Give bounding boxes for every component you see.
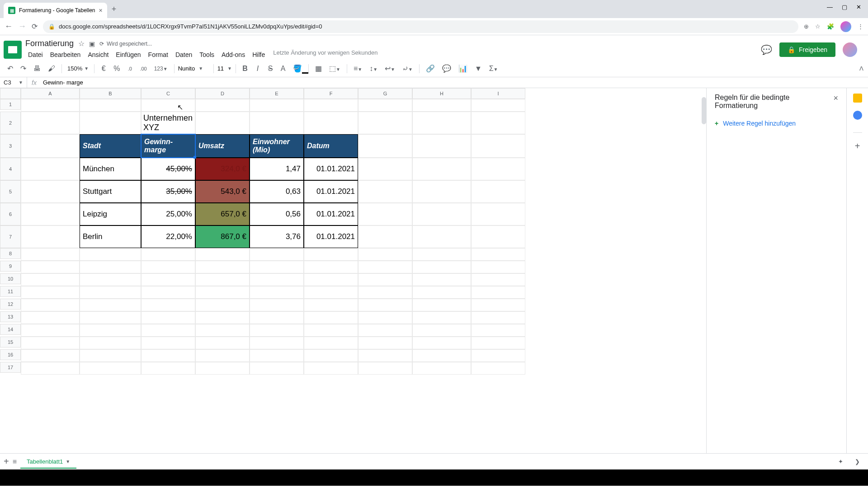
cell[interactable]: [358, 311, 412, 324]
column-header[interactable]: H: [412, 88, 471, 99]
menu-daten[interactable]: Daten: [173, 49, 195, 60]
menu-hilfe[interactable]: Hilfe: [250, 49, 268, 60]
cell[interactable]: [471, 273, 525, 286]
comments-icon[interactable]: 💬: [761, 44, 772, 55]
cell[interactable]: [195, 362, 250, 375]
menu-addons[interactable]: Add-ons: [219, 49, 248, 60]
menu-einfuegen[interactable]: Einfügen: [113, 49, 143, 60]
cell[interactable]: [250, 337, 304, 349]
cell[interactable]: [80, 112, 141, 134]
table-data-cell[interactable]: 657,0 €: [195, 203, 250, 225]
column-header[interactable]: A: [21, 88, 80, 99]
cell[interactable]: [21, 299, 80, 311]
cell[interactable]: [141, 362, 195, 375]
paint-format-icon[interactable]: 🖌: [45, 63, 58, 75]
menu-bearbeiten[interactable]: Bearbeiten: [47, 49, 84, 60]
cell[interactable]: [412, 134, 471, 158]
strikethrough-button[interactable]: S: [265, 63, 276, 75]
insert-chart-icon[interactable]: 📊: [456, 62, 470, 75]
cell[interactable]: [21, 112, 80, 134]
nav-forward-icon[interactable]: →: [18, 22, 26, 31]
cell[interactable]: [471, 203, 525, 225]
fill-color-button[interactable]: 🪣: [290, 62, 305, 75]
column-header[interactable]: F: [304, 88, 358, 99]
cell[interactable]: [80, 273, 141, 286]
row-header[interactable]: 12: [0, 299, 21, 310]
h-align-button[interactable]: ≡▼: [351, 63, 365, 75]
cell[interactable]: [358, 225, 412, 248]
table-data-cell[interactable]: 324,0 €: [195, 158, 250, 180]
cell[interactable]: [80, 362, 141, 375]
decrease-decimal-button[interactable]: .0: [124, 64, 135, 73]
cell[interactable]: [358, 203, 412, 225]
share-button[interactable]: 🔒 Freigeben: [779, 42, 835, 57]
print-icon[interactable]: 🖶: [31, 63, 43, 75]
cell[interactable]: [21, 203, 80, 225]
cell[interactable]: [250, 261, 304, 273]
cell[interactable]: [304, 362, 358, 375]
cell[interactable]: [141, 99, 195, 112]
cell[interactable]: [471, 337, 525, 349]
cell[interactable]: [358, 286, 412, 299]
cell[interactable]: [250, 349, 304, 362]
merge-cells-button[interactable]: ⬚▼: [326, 62, 343, 75]
cell[interactable]: [471, 225, 525, 248]
collapse-toolbar-icon[interactable]: ᐱ: [859, 65, 863, 72]
cell[interactable]: [21, 99, 80, 112]
menu-tools[interactable]: Tools: [197, 49, 217, 60]
cell[interactable]: [80, 261, 141, 273]
cell[interactable]: [412, 248, 471, 261]
cell[interactable]: [412, 180, 471, 203]
cell[interactable]: [358, 99, 412, 112]
cell[interactable]: [141, 286, 195, 299]
cell[interactable]: [195, 349, 250, 362]
column-header[interactable]: I: [471, 88, 525, 99]
cell[interactable]: [250, 112, 304, 134]
cell[interactable]: [412, 337, 471, 349]
bookmark-icon[interactable]: ☆: [815, 23, 821, 30]
redo-icon[interactable]: ↷: [18, 62, 29, 75]
cell[interactable]: [358, 362, 412, 375]
cell[interactable]: [358, 261, 412, 273]
cell[interactable]: [195, 99, 250, 112]
row-header[interactable]: 17: [0, 362, 21, 373]
cell[interactable]: [358, 248, 412, 261]
close-tab-icon[interactable]: ×: [99, 7, 103, 14]
cell[interactable]: [21, 225, 80, 248]
cell[interactable]: [250, 299, 304, 311]
menu-ansicht[interactable]: Ansicht: [85, 49, 111, 60]
font-family-select[interactable]: Nunito▼: [178, 65, 210, 72]
last-edit-text[interactable]: Letzte Änderung vor wenigen Sekunden: [273, 49, 377, 60]
cell[interactable]: [80, 99, 141, 112]
cell[interactable]: [21, 248, 80, 261]
cell[interactable]: [358, 324, 412, 337]
insert-comment-icon[interactable]: 💬: [439, 62, 454, 75]
row-header[interactable]: 4: [0, 158, 21, 180]
row-header[interactable]: 14: [0, 324, 21, 335]
cell[interactable]: [304, 337, 358, 349]
borders-button[interactable]: ▦: [312, 62, 325, 75]
table-data-cell[interactable]: 25,00%: [141, 203, 195, 225]
cell[interactable]: [80, 337, 141, 349]
cell[interactable]: [412, 203, 471, 225]
close-sidebar-icon[interactable]: ×: [833, 94, 838, 103]
cell[interactable]: [358, 337, 412, 349]
table-data-cell[interactable]: Stuttgart: [80, 180, 141, 203]
new-tab-button[interactable]: +: [112, 5, 117, 14]
text-rotation-button[interactable]: ⤾▼: [400, 62, 415, 75]
row-header[interactable]: 7: [0, 225, 21, 248]
table-data-cell[interactable]: 01.01.2021: [304, 158, 358, 180]
cell[interactable]: [304, 311, 358, 324]
cell[interactable]: [304, 112, 358, 134]
undo-icon[interactable]: ↶: [5, 62, 16, 75]
cell[interactable]: [471, 261, 525, 273]
cell[interactable]: [250, 311, 304, 324]
table-title-cell[interactable]: Unternehmen XYZ: [141, 112, 195, 134]
add-rule-button[interactable]: + Weitere Regel hinzufügen: [715, 120, 838, 127]
cell[interactable]: [250, 324, 304, 337]
cell[interactable]: [141, 349, 195, 362]
increase-decimal-button[interactable]: .00: [137, 64, 149, 73]
add-sheet-button[interactable]: +: [4, 456, 9, 467]
name-box[interactable]: C3▼: [0, 77, 27, 88]
sheets-logo-icon[interactable]: [4, 41, 22, 59]
